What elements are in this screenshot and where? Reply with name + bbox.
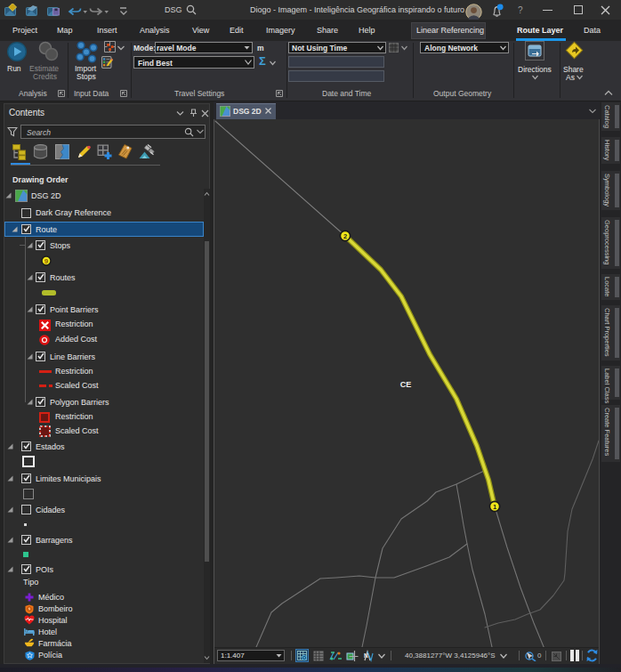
svg-text:CE: CE: [400, 380, 412, 389]
svg-text:1: 1: [493, 503, 496, 511]
svg-text:9: 9: [44, 257, 49, 265]
svg-text:N: N: [364, 652, 368, 659]
svg-text:2: 2: [343, 232, 347, 240]
